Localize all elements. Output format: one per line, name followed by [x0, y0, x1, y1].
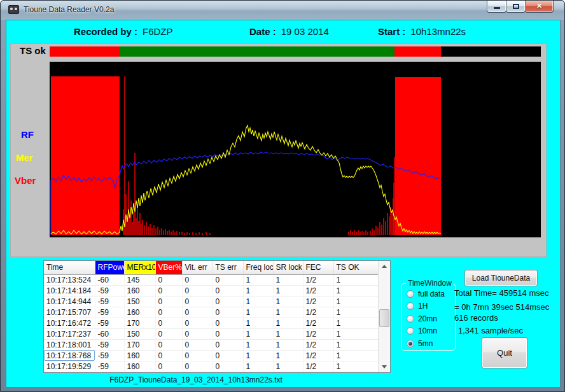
table-cell[interactable]: 0 [213, 274, 243, 285]
table-cell[interactable]: 0 [213, 361, 243, 372]
table-cell[interactable]: 1/2 [303, 328, 333, 339]
table-cell[interactable]: -59 [95, 339, 124, 350]
table-row[interactable]: 10:17:18:768-59160000111/21 [44, 350, 378, 361]
table-cell[interactable]: 10:17:18:001 [44, 339, 95, 350]
quit-button[interactable]: Quit [482, 337, 527, 368]
radio-option-full-data[interactable]: full data [407, 290, 445, 298]
table-cell[interactable]: 0 [213, 307, 243, 318]
radio-option-1H[interactable]: 1H [407, 302, 445, 311]
column-header[interactable]: Freq lock [243, 261, 273, 274]
table-cell[interactable]: 10:17:13:524 [44, 274, 95, 285]
table-cell[interactable]: 0 [213, 318, 243, 328]
table-cell[interactable]: 1 [333, 339, 378, 350]
table-row[interactable]: 10:17:15:707-59160000111/21 [44, 307, 378, 318]
table-cell[interactable]: 0 [213, 296, 243, 307]
table-cell[interactable]: 1 [273, 339, 303, 350]
table-cell[interactable]: 1/2 [303, 350, 333, 361]
column-header[interactable]: SR lock [273, 261, 303, 274]
table-row[interactable]: 10:17:18:001-59170000111/21 [44, 339, 378, 350]
table-cell[interactable]: 1 [243, 285, 273, 296]
table-cell[interactable]: 0 [155, 339, 182, 350]
table-cell[interactable]: 0 [182, 296, 213, 307]
table-cell[interactable]: 10:17:18:768 [44, 350, 95, 361]
table-cell[interactable]: 10:17:14:184 [44, 285, 95, 296]
table-cell[interactable]: 1 [333, 350, 378, 361]
table-cell[interactable]: 10:17:17:237 [44, 328, 95, 339]
table-cell[interactable]: 1 [273, 361, 303, 372]
table-row[interactable]: 10:17:14:184-59160000111/21 [44, 285, 378, 296]
table-cell[interactable]: 1 [243, 350, 273, 361]
table-cell[interactable]: 1/2 [303, 361, 333, 372]
radio-icon[interactable] [407, 302, 414, 310]
table-cell[interactable]: 0 [213, 285, 243, 296]
table-cell[interactable]: 160 [124, 350, 155, 361]
table-cell[interactable]: 1 [333, 296, 378, 307]
radio-option-5mn[interactable]: 5mn [407, 339, 445, 348]
table-cell[interactable]: 1 [333, 361, 378, 372]
table-cell[interactable]: 1 [273, 350, 303, 361]
table-cell[interactable]: 150 [124, 328, 155, 339]
table-cell[interactable]: -59 [95, 318, 124, 328]
table-cell[interactable]: 1 [243, 339, 273, 350]
table-cell[interactable]: 0 [182, 361, 213, 372]
column-header[interactable]: Time [44, 261, 95, 274]
title-bar[interactable]: Tioune Data Reader V0.2a ✕ [1, 1, 564, 20]
table-cell[interactable]: 1 [273, 274, 303, 285]
radio-option-10mn[interactable]: 10mn [407, 326, 445, 335]
table-row[interactable]: 10:17:14:944-59150000111/21 [44, 296, 378, 307]
table-cell[interactable]: 0 [155, 296, 182, 307]
radio-icon[interactable] [407, 290, 414, 298]
table-cell[interactable]: 170 [124, 318, 155, 328]
table-cell[interactable]: 160 [124, 307, 155, 318]
table-cell[interactable]: 0 [155, 350, 182, 361]
table-cell[interactable]: 0 [155, 328, 182, 339]
column-header[interactable]: TS OK [333, 261, 378, 274]
table-cell[interactable]: 145 [124, 274, 155, 285]
column-header[interactable]: FEC [303, 261, 333, 274]
radio-icon[interactable] [407, 327, 414, 335]
table-cell[interactable]: 1/2 [303, 318, 333, 328]
table-cell[interactable]: 0 [182, 328, 213, 339]
table-cell[interactable]: -59 [95, 296, 124, 307]
table-cell[interactable]: 1 [243, 274, 273, 285]
scrollbar-thumb[interactable] [379, 309, 389, 327]
column-header[interactable]: MERx10 [124, 261, 155, 274]
table-cell[interactable]: 1 [333, 307, 378, 318]
table-cell[interactable]: -60 [95, 328, 124, 339]
table-cell[interactable]: 0 [155, 285, 182, 296]
column-header[interactable]: Vit. err [182, 261, 213, 274]
maximize-button[interactable] [506, 1, 526, 13]
table-cell[interactable]: 0 [213, 339, 243, 350]
table-cell[interactable]: 1/2 [303, 296, 333, 307]
minimize-button[interactable] [487, 1, 506, 13]
table-cell[interactable]: 10:17:16:472 [44, 318, 95, 328]
table-row[interactable]: 10:17:19:529-59160000111/21 [44, 361, 378, 372]
table-cell[interactable]: 1/2 [303, 274, 333, 285]
table-cell[interactable]: 0 [182, 274, 213, 285]
table-cell[interactable]: 1 [273, 285, 303, 296]
scroll-down-button[interactable] [379, 361, 390, 372]
table-cell[interactable]: 10:17:14:944 [44, 296, 95, 307]
table-cell[interactable]: 160 [124, 361, 155, 372]
table-cell[interactable]: -59 [95, 361, 124, 372]
radio-icon[interactable] [407, 315, 414, 323]
table-cell[interactable]: 150 [124, 296, 155, 307]
table-cell[interactable]: 0 [213, 350, 243, 361]
table-cell[interactable]: 1 [273, 296, 303, 307]
table-row[interactable]: 10:17:16:472-59170000111/21 [44, 318, 378, 328]
table-cell[interactable]: 0 [155, 361, 182, 372]
table-cell[interactable]: 1/2 [303, 307, 333, 318]
table-scrollbar[interactable] [378, 261, 390, 372]
table-cell[interactable]: 0 [182, 350, 213, 361]
table-cell[interactable]: 0 [213, 328, 243, 339]
table-cell[interactable]: 0 [182, 318, 213, 328]
table-cell[interactable]: 0 [155, 307, 182, 318]
table-cell[interactable]: 0 [182, 285, 213, 296]
radio-icon[interactable] [407, 340, 414, 347]
table-cell[interactable]: -60 [95, 274, 124, 285]
table-cell[interactable]: 1 [243, 328, 273, 339]
table-cell[interactable]: 170 [124, 339, 155, 350]
table-cell[interactable]: 10:17:15:707 [44, 307, 95, 318]
table-row[interactable]: 10:17:17:237-60150000111/21 [44, 328, 378, 339]
table-cell[interactable]: 1 [243, 296, 273, 307]
